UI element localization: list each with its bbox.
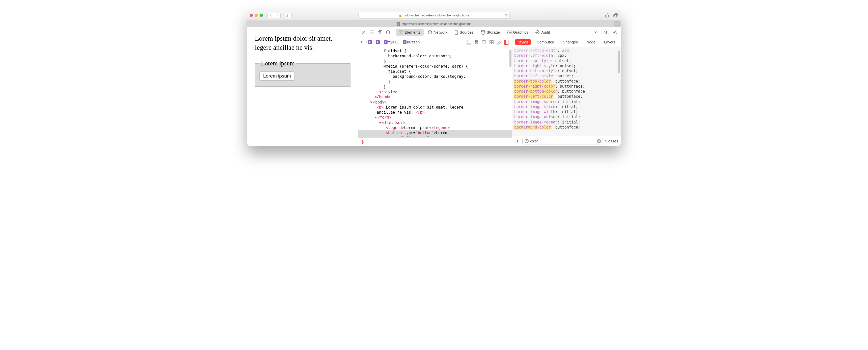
dom-text: fieldset { xyxy=(361,49,406,53)
console-prompt-row[interactable]: ❯ xyxy=(358,137,512,146)
more-tabs-button[interactable] xyxy=(592,29,599,36)
style-property-row[interactable]: border-left-style: outset; xyxy=(514,74,619,79)
dom-breadcrumb[interactable]: E› E› E› E fiel…› E button xyxy=(360,40,420,44)
disclosure-triangle-icon[interactable] xyxy=(370,101,372,103)
style-property-name: border-left-width xyxy=(514,53,553,58)
titlebar-right xyxy=(604,13,618,18)
new-rule-button[interactable]: + xyxy=(515,138,520,144)
style-property-row[interactable]: border-image-slice: initial; xyxy=(514,104,619,109)
dom-tag: </p> xyxy=(415,110,425,115)
style-property-name: border-image-slice xyxy=(514,105,555,109)
style-property-row[interactable]: border-image-repeat: initial; xyxy=(514,120,619,125)
style-property-row[interactable]: border-bottom-color: buttonface; xyxy=(514,89,619,94)
tab-sources[interactable]: Sources xyxy=(452,29,477,36)
style-property-name: border-top-style xyxy=(514,59,551,63)
tab-graphics-label: Graphics xyxy=(513,30,528,34)
styles-footer: + color ✕ Classes xyxy=(512,136,621,146)
style-property-row[interactable]: border-top-color: buttonface; xyxy=(514,79,619,84)
crumb-e-icon: E xyxy=(403,40,406,44)
paint-icon[interactable] xyxy=(497,40,501,45)
settings-button[interactable] xyxy=(612,29,619,36)
styles-tab-node[interactable]: Node xyxy=(584,39,598,45)
dom-breadcrumb-area: E› E› E› E fiel…› E button xyxy=(358,37,512,47)
style-property-row[interactable]: border-right-color: buttonface; xyxy=(514,84,619,89)
style-property-row[interactable]: border-right-style: outset; xyxy=(514,63,619,68)
style-property-row[interactable]: border-top-style: outset; xyxy=(514,58,619,63)
sidebar-toggle-button[interactable] xyxy=(285,12,292,18)
svg-rect-3 xyxy=(615,13,618,16)
rulers-icon[interactable] xyxy=(467,40,471,45)
dom-tag: </head> xyxy=(374,95,390,99)
share-button[interactable] xyxy=(604,13,610,18)
style-property-name: border-bottom-color xyxy=(514,89,558,94)
clear-filter-button[interactable]: ✕ xyxy=(597,139,601,143)
styles-property-list[interactable]: border-bottom-width: 2px;border-left-wid… xyxy=(512,47,621,136)
address-bar[interactable]: 🔒 color-scheme-prefers-color-scheme.glit… xyxy=(358,12,510,19)
tab-storage[interactable]: Storage xyxy=(478,29,503,36)
close-devtools-button[interactable] xyxy=(360,29,367,36)
grid-icon[interactable] xyxy=(489,40,494,45)
close-window-button[interactable] xyxy=(250,14,253,17)
print-icon[interactable] xyxy=(474,40,479,45)
tab-network[interactable]: Network xyxy=(425,29,451,36)
svg-rect-4 xyxy=(370,31,374,34)
style-property-row[interactable]: border-bottom-width: 2px; xyxy=(514,48,619,53)
style-property-row[interactable]: border-image-outset: initial; xyxy=(514,114,619,119)
disclosure-triangle-icon[interactable] xyxy=(374,117,377,118)
style-property-name: border-image-width xyxy=(514,110,555,114)
style-property-row[interactable]: border-image-source: initial; xyxy=(514,99,619,104)
svg-rect-2 xyxy=(614,14,617,17)
svg-point-20 xyxy=(604,31,607,33)
classes-toggle-button[interactable]: Classes xyxy=(605,139,618,143)
tab-label[interactable]: https://color-scheme-prefers-color-schem… xyxy=(402,22,472,26)
tab-audit-label: Audit xyxy=(541,30,550,34)
dock-detach-button[interactable] xyxy=(376,29,383,36)
styles-scrollbar[interactable] xyxy=(618,51,620,73)
style-property-value: outset xyxy=(555,59,569,63)
style-property-name: border-left-style xyxy=(514,74,553,78)
svg-rect-31 xyxy=(492,42,493,44)
tab-elements[interactable]: Elements xyxy=(396,29,424,36)
inspect-element-button[interactable] xyxy=(384,29,392,36)
style-property-row[interactable]: background-color: buttonface; xyxy=(514,125,619,130)
new-tab-button[interactable]: + xyxy=(614,22,620,27)
zoom-window-button[interactable] xyxy=(260,14,263,17)
window-controls xyxy=(250,14,263,17)
tabs-overview-button[interactable] xyxy=(613,13,618,18)
dom-selection-marker: = $0 xyxy=(418,136,429,137)
dom-text: background-color: darkslategray; xyxy=(361,74,466,79)
layout-toggle-icon[interactable] xyxy=(504,40,508,45)
dock-bottom-button[interactable] xyxy=(368,29,375,36)
devtools-subbar: E› E› E› E fiel…› E button xyxy=(358,37,621,47)
dom-scrollbar[interactable] xyxy=(509,50,512,67)
style-property-row[interactable]: border-left-color: buttonface; xyxy=(514,94,619,99)
tab-strip: C https://color-scheme-prefers-color-sch… xyxy=(247,21,621,27)
svg-point-17 xyxy=(481,30,485,32)
style-property-row[interactable]: border-bottom-style: outset; xyxy=(514,68,619,74)
styles-tab-styles[interactable]: Styles xyxy=(515,39,531,45)
disclosure-triangle-icon[interactable] xyxy=(379,122,381,124)
reload-button[interactable]: ⟳ xyxy=(505,13,508,18)
styles-pane: border-bottom-width: 2px;border-left-wid… xyxy=(512,47,621,146)
page-button[interactable]: Lorem ipsum xyxy=(259,71,295,81)
forward-button[interactable] xyxy=(274,12,281,18)
search-button[interactable] xyxy=(602,29,609,36)
styles-tab-changes[interactable]: Changes xyxy=(560,39,580,45)
styles-tab-computed[interactable]: Computed xyxy=(534,39,557,45)
dom-tree[interactable]: fieldset { background-color: gainsboro; … xyxy=(358,47,512,137)
dom-tag: </button> xyxy=(397,136,418,137)
style-property-value: initial xyxy=(562,115,578,119)
device-icon[interactable] xyxy=(482,40,486,45)
styles-filter-input[interactable]: color ✕ xyxy=(522,138,603,144)
minimize-window-button[interactable] xyxy=(255,14,258,17)
style-property-row[interactable]: border-image-width: initial; xyxy=(514,109,619,114)
dom-selected-row[interactable]: <button type="button">Lorem xyxy=(358,130,512,135)
style-property-row[interactable]: border-left-width: 2px; xyxy=(514,53,619,58)
dom-tag: </style> xyxy=(379,90,397,94)
tab-audit[interactable]: Audit xyxy=(532,29,553,36)
svg-rect-0 xyxy=(286,14,290,17)
styles-tab-layers[interactable]: Layers xyxy=(601,39,618,45)
tab-graphics[interactable]: Graphics xyxy=(504,29,531,36)
back-button[interactable] xyxy=(268,12,274,18)
devtools-main: fieldset { background-color: gainsboro; … xyxy=(358,47,621,146)
